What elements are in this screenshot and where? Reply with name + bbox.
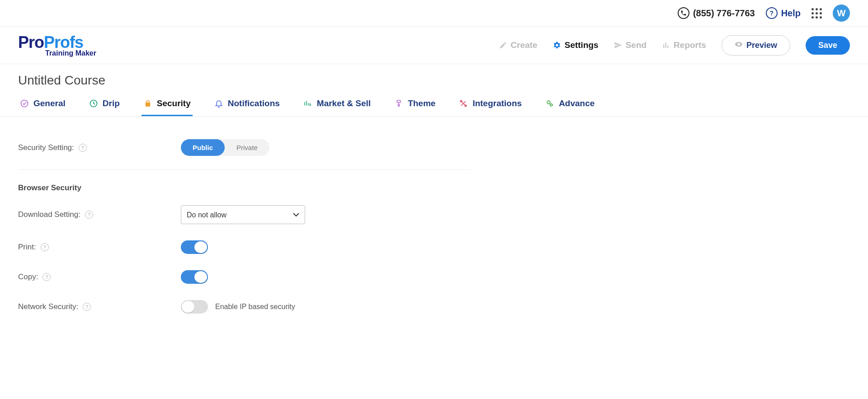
help-icon[interactable]: ? — [41, 243, 49, 251]
svg-text:$: $ — [309, 103, 311, 107]
phone-number: (855) 776-7763 — [693, 8, 755, 19]
tab-theme[interactable]: Theme — [392, 99, 437, 116]
topbar: (855) 776-7763 ? Help W — [0, 0, 868, 27]
preview-button[interactable]: Preview — [722, 35, 790, 56]
tab-integrations-label: Integrations — [472, 99, 522, 108]
tab-market-label: Market & Sell — [317, 99, 371, 108]
nav-create-label: Create — [511, 40, 538, 50]
bell-icon — [214, 99, 223, 108]
network-security-toggle[interactable] — [181, 300, 208, 314]
nav-send[interactable]: Send — [614, 40, 646, 50]
tab-advance[interactable]: Advance — [543, 99, 596, 116]
mainnav: Create Settings Send Reports Preview — [499, 35, 850, 56]
tools-icon — [459, 99, 468, 108]
print-label: Print: — [18, 243, 36, 252]
nav-settings-label: Settings — [565, 40, 599, 50]
svg-point-6 — [550, 104, 552, 106]
row-network-security: Network Security: ? Enable IP based secu… — [18, 292, 470, 322]
logo-part2: Profs — [44, 33, 83, 52]
help-icon[interactable]: ? — [85, 211, 93, 219]
help-icon[interactable]: ? — [42, 273, 51, 281]
tab-drip-label: Drip — [103, 99, 120, 108]
tab-drip[interactable]: Drip — [87, 99, 122, 116]
gears-icon — [545, 99, 554, 108]
network-security-desc: Enable IP based security — [215, 303, 295, 311]
clock-icon — [89, 99, 98, 108]
help-label: Help — [781, 8, 801, 19]
preview-label: Preview — [746, 41, 777, 50]
mainbar: ProProfs Training Maker Create Settings … — [0, 27, 868, 64]
copy-label: Copy: — [18, 272, 38, 282]
tab-market-sell[interactable]: $ Market & Sell — [302, 99, 373, 116]
tab-theme-label: Theme — [408, 99, 435, 108]
svg-point-5 — [547, 101, 550, 104]
seg-public[interactable]: Public — [181, 139, 225, 156]
tab-general-label: General — [33, 99, 66, 108]
eye-icon — [735, 40, 743, 51]
row-download-setting: Download Setting: ? Do not allow — [18, 197, 470, 232]
logo-subtitle: Training Maker — [45, 49, 96, 57]
tab-security[interactable]: Security — [142, 99, 193, 116]
row-copy: Copy: ? — [18, 262, 470, 292]
browser-security-header: Browser Security — [18, 183, 470, 192]
send-icon — [614, 41, 622, 49]
tab-security-label: Security — [157, 99, 191, 108]
tab-advance-label: Advance — [559, 99, 594, 108]
paint-icon — [394, 99, 403, 108]
tab-general[interactable]: General — [18, 99, 67, 116]
copy-toggle[interactable] — [181, 270, 208, 284]
svg-point-0 — [21, 100, 28, 107]
help-icon[interactable]: ? — [79, 144, 87, 152]
nav-create[interactable]: Create — [499, 40, 538, 50]
lock-icon — [143, 99, 152, 108]
logo-part1: Pro — [18, 33, 44, 52]
nav-settings[interactable]: Settings — [553, 40, 599, 50]
tab-notifications[interactable]: Notifications — [212, 99, 282, 116]
bars-icon — [662, 41, 670, 49]
download-setting-select[interactable]: Do not allow — [181, 205, 305, 224]
seg-private[interactable]: Private — [225, 139, 269, 156]
help-icon: ? — [766, 7, 778, 19]
nav-send-label: Send — [626, 40, 646, 50]
print-toggle[interactable] — [181, 240, 208, 254]
tab-integrations[interactable]: Integrations — [457, 99, 524, 116]
nav-reports[interactable]: Reports — [662, 40, 706, 50]
gear-icon — [553, 41, 561, 49]
save-button[interactable]: Save — [806, 36, 850, 55]
pencil-icon — [499, 41, 507, 49]
security-setting-segment: Public Private — [181, 139, 269, 156]
phone-group[interactable]: (855) 776-7763 — [678, 7, 755, 19]
page: Untitled Course General Drip Security No… — [0, 64, 868, 349]
save-label: Save — [818, 41, 837, 50]
security-setting-label: Security Setting: — [18, 143, 74, 152]
row-print: Print: ? — [18, 232, 470, 262]
settings-tabs: General Drip Security Notifications $ Ma… — [0, 99, 868, 117]
network-security-label: Network Security: — [18, 302, 78, 311]
security-form: Security Setting: ? Public Private Brows… — [18, 131, 470, 322]
apps-icon[interactable] — [811, 8, 822, 19]
nav-reports-label: Reports — [674, 40, 706, 50]
logo[interactable]: ProProfs Training Maker — [18, 33, 96, 57]
page-title: Untitled Course — [18, 73, 850, 88]
chart-dollar-icon: $ — [303, 99, 312, 108]
avatar[interactable]: W — [833, 5, 850, 22]
check-circle-icon — [20, 99, 29, 108]
download-setting-label: Download Setting: — [18, 210, 80, 219]
help-icon[interactable]: ? — [83, 303, 91, 311]
help-group[interactable]: ? Help — [766, 7, 801, 19]
phone-icon — [678, 7, 689, 19]
tab-notifications-label: Notifications — [228, 99, 280, 108]
row-security-setting: Security Setting: ? Public Private — [18, 131, 470, 170]
